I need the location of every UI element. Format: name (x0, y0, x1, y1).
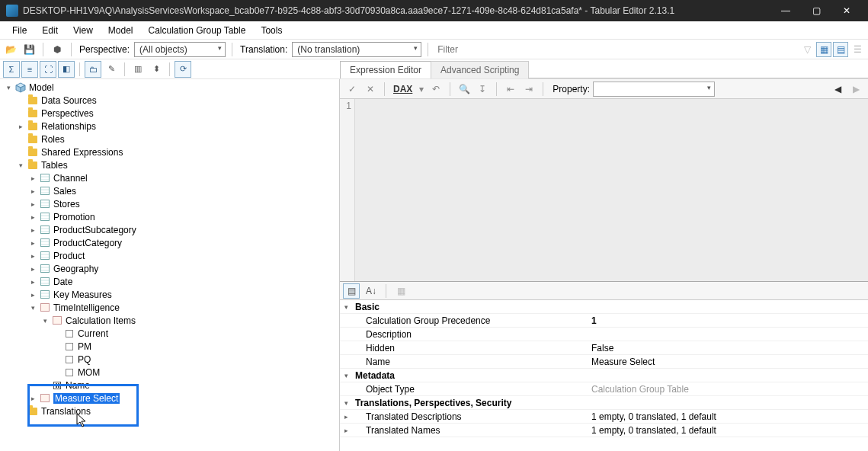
chevron-down-icon[interactable]: ▾ (340, 303, 352, 311)
tree-translations[interactable]: ▸Translations (15, 405, 339, 417)
chevron-right-icon[interactable]: ▸ (29, 265, 37, 273)
menu-view[interactable]: View (66, 21, 101, 39)
list-icon[interactable]: ≡ (21, 61, 38, 78)
deploy-icon[interactable]: ⬢ (50, 42, 65, 57)
tree-calcitem-current[interactable]: ▸Current (52, 327, 339, 340)
model-tree[interactable]: ▾ Model ▸Data Sources ▸Perspectives ▸Rel… (2, 81, 339, 417)
prop-name[interactable]: ▸NameMeasure Select (340, 355, 868, 369)
tree-table-date[interactable]: ▸Date (27, 275, 339, 288)
menu-model[interactable]: Model (101, 21, 141, 39)
tree-root-model[interactable]: ▾ Model (3, 81, 339, 94)
tree-calcitem-pq[interactable]: ▸PQ (52, 353, 339, 366)
view-mode-b-icon[interactable]: ▤ (833, 42, 848, 57)
filter-funnel-icon[interactable]: ▽ (799, 42, 815, 57)
tree-table-productsubcategory[interactable]: ▸ProductSubcategory (27, 223, 339, 236)
menu-edit[interactable]: Edit (34, 21, 66, 39)
prop-translated-descriptions[interactable]: ▸Translated Descriptions1 empty, 0 trans… (340, 410, 868, 424)
chevron-right-icon[interactable]: ▸ (29, 291, 37, 299)
chevron-down-icon[interactable]: ▾ (5, 84, 12, 91)
tree-calc-items[interactable]: ▾Calculation Items (40, 314, 339, 327)
filter-input[interactable] (434, 43, 796, 56)
save-icon[interactable]: 💾 (21, 42, 37, 57)
tree-relationships[interactable]: ▸Relationships (15, 120, 339, 133)
chevron-right-icon[interactable]: ▸ (29, 187, 37, 195)
folder-toggle-icon[interactable]: 🗀 (85, 61, 101, 78)
minimize-button[interactable]: — (770, 0, 801, 21)
tree-table-timeintelligence[interactable]: ▾TimeIntelligence (27, 301, 339, 314)
chevron-right-icon[interactable]: ▸ (340, 427, 352, 434)
sort-icon[interactable]: ⬍ (148, 61, 165, 78)
expression-editor-area[interactable]: 1 (340, 99, 868, 282)
tab-expression-editor[interactable]: Expression Editor (340, 61, 431, 78)
view-mode-c-icon[interactable]: ☰ (850, 42, 865, 57)
chevron-right-icon[interactable]: ▸ (29, 239, 37, 247)
menu-tools[interactable]: Tools (253, 21, 290, 39)
prop-categorized-icon[interactable]: ▤ (343, 283, 360, 299)
prop-calc-group-precedence[interactable]: ▸Calculation Group Precedence1 (340, 314, 868, 328)
tree-data-sources[interactable]: ▸Data Sources (15, 94, 339, 107)
columns-icon[interactable]: ▥ (130, 61, 146, 78)
prop-category-translations[interactable]: ▾Translations, Perspectives, Security (340, 396, 868, 410)
tree-table-sales[interactable]: ▸Sales (27, 184, 339, 197)
tree-table-geography[interactable]: ▸Geography (27, 262, 339, 275)
tree-table-promotion[interactable]: ▸Promotion (27, 210, 339, 223)
prop-hidden[interactable]: ▸HiddenFalse (340, 341, 868, 355)
chevron-down-icon[interactable]: ▾ (17, 162, 24, 169)
chevron-down-icon[interactable]: ▾ (41, 317, 49, 325)
prop-alphabetical-icon[interactable]: A↓ (363, 283, 380, 299)
chevron-right-icon[interactable]: ▸ (17, 123, 24, 130)
chevron-right-icon[interactable]: ▸ (29, 174, 37, 182)
tree-table-key-measures[interactable]: ▸Key Measures (27, 288, 339, 301)
chevron-right-icon[interactable]: ▸ (29, 278, 37, 286)
property-grid[interactable]: ▾Basic ▸Calculation Group Precedence1 ▸D… (340, 300, 868, 451)
chevron-right-icon[interactable]: ▸ (29, 226, 37, 234)
translation-dropdown[interactable]: (No translation) (292, 42, 421, 57)
property-dropdown[interactable] (593, 82, 715, 97)
chevron-down-icon[interactable]: ▾ (340, 399, 352, 407)
prop-category-metadata[interactable]: ▾Metadata (340, 369, 868, 382)
tree-table-stores[interactable]: ▸Stores (27, 197, 339, 210)
editor-code[interactable] (355, 99, 868, 281)
nav-forward-icon[interactable]: ▶ (848, 82, 863, 97)
edit-icon[interactable]: ✎ (103, 61, 120, 78)
chevron-right-icon[interactable]: ▸ (29, 252, 37, 260)
accept-icon[interactable]: ✓ (344, 82, 360, 97)
cube-toggle-icon[interactable]: ◧ (58, 61, 75, 78)
chevron-right-icon[interactable]: ▸ (340, 413, 352, 421)
tree-calcitem-mom[interactable]: ▸MOM (52, 366, 339, 379)
chevron-down-icon[interactable]: ▾ (340, 372, 352, 379)
perspective-dropdown[interactable]: (All objects) (134, 42, 226, 57)
tab-advanced-scripting[interactable]: Advanced Scripting (431, 61, 529, 78)
tree-column-name[interactable]: ▸Name (40, 379, 339, 392)
close-button[interactable]: ✕ (831, 0, 862, 21)
tree-perspectives[interactable]: ▸Perspectives (15, 107, 339, 120)
prop-description[interactable]: ▸Description (340, 328, 868, 341)
refresh-icon[interactable]: ⟳ (175, 61, 191, 78)
goto-icon[interactable]: ↧ (475, 82, 490, 97)
dax-label[interactable]: DAX (391, 82, 415, 97)
view-mode-a-icon[interactable]: ▦ (816, 42, 831, 57)
outdent-icon[interactable]: ⇥ (521, 82, 536, 97)
maximize-button[interactable]: ▢ (801, 0, 831, 21)
nav-back-icon[interactable]: ◀ (830, 82, 845, 97)
tree-shared-expressions[interactable]: ▸Shared Expressions (15, 146, 339, 158)
prop-pages-icon[interactable]: ▦ (392, 283, 409, 299)
dropdown-icon[interactable]: ▾ (418, 82, 425, 97)
prop-category-basic[interactable]: ▾Basic (340, 300, 868, 314)
menu-calc-group-table[interactable]: Calculation Group Table (141, 21, 254, 39)
sigma-icon[interactable]: Σ (3, 61, 20, 78)
tree-table-product[interactable]: ▸Product (27, 249, 339, 262)
menu-file[interactable]: File (5, 21, 34, 39)
tree-tables[interactable]: ▾Tables (15, 158, 339, 171)
chevron-right-icon[interactable]: ▸ (29, 200, 37, 208)
tree-table-channel[interactable]: ▸Channel (27, 171, 339, 184)
chevron-right-icon[interactable]: ▸ (29, 395, 37, 402)
prop-translated-names[interactable]: ▸Translated Names1 empty, 0 translated, … (340, 424, 868, 437)
tree-table-productcategory[interactable]: ▸ProductCategory (27, 236, 339, 249)
open-icon[interactable]: 📂 (3, 42, 18, 57)
tree-roles[interactable]: ▸Roles (15, 133, 339, 146)
find-icon[interactable]: 🔍 (456, 82, 472, 97)
tree-calcitem-pm[interactable]: ▸PM (52, 340, 339, 353)
chevron-down-icon[interactable]: ▾ (29, 304, 37, 312)
undo-icon[interactable]: ↶ (428, 82, 444, 97)
